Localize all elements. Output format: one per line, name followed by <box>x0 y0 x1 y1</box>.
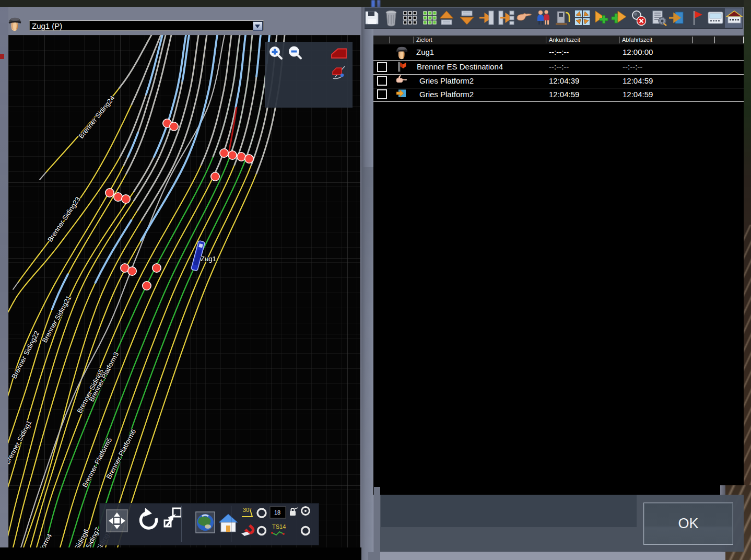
svg-text:TS14: TS14 <box>272 523 286 530</box>
svg-text:Zug1: Zug1 <box>201 255 216 263</box>
svg-text:18: 18 <box>274 509 280 516</box>
